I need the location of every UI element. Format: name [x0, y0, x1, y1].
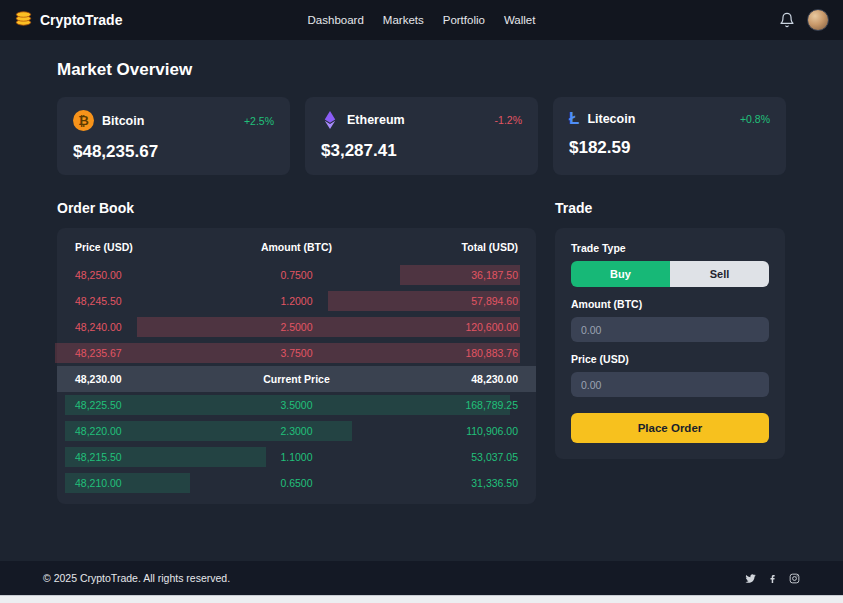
price-input[interactable]: [571, 372, 769, 397]
order-book-row[interactable]: 48,210.00 0.6500 31,336.50: [57, 470, 536, 496]
order-book-row[interactable]: 48,235.67 3.7500 180,883.76: [57, 340, 536, 366]
place-order-button[interactable]: Place Order: [571, 413, 769, 443]
coin-name: Bitcoin: [102, 114, 144, 128]
footer: © 2025 CryptoTrade. All rights reserved.: [0, 561, 843, 595]
column-header-total: Total (USD): [370, 241, 518, 253]
order-book-row[interactable]: 48,245.50 1.2000 57,894.60: [57, 288, 536, 314]
row-amount: 0.7500: [223, 269, 371, 281]
nav-item-markets[interactable]: Markets: [383, 14, 424, 26]
main-content: Market Overview ₿ Bitcoin +2.5% $48,235.…: [0, 40, 843, 561]
order-book-title: Order Book: [57, 200, 536, 216]
row-amount: Current Price: [223, 373, 371, 385]
row-amount: 3.7500: [223, 347, 371, 359]
row-total: 36,187.50: [370, 269, 518, 281]
coin-change: +0.8%: [740, 113, 770, 125]
ethereum-icon: [321, 110, 339, 130]
row-total: 53,037.05: [370, 451, 518, 463]
brand-name: CryptoTrade: [40, 12, 122, 28]
app-root: CryptoTrade Dashboard Markets Portfolio …: [0, 0, 843, 603]
navbar-right: [779, 9, 829, 31]
trade-section: Trade Trade Type Buy Sell Amount (BTC) P…: [555, 200, 785, 504]
trade-type-label: Trade Type: [571, 242, 769, 254]
coin-name: Litecoin: [587, 112, 635, 126]
bitcoin-icon: ₿: [73, 110, 94, 131]
order-book-table: Price (USD) Amount (BTC) Total (USD) 48,…: [57, 228, 536, 504]
nav-links: Dashboard Markets Portfolio Wallet: [308, 14, 536, 26]
twitter-icon[interactable]: [745, 573, 756, 584]
navbar: CryptoTrade Dashboard Markets Portfolio …: [0, 0, 843, 40]
order-book-section: Order Book Price (USD) Amount (BTC) Tota…: [57, 200, 536, 504]
row-price: 48,215.50: [75, 451, 223, 463]
instagram-icon[interactable]: [789, 573, 800, 584]
row-amount: 2.3000: [223, 425, 371, 437]
nav-item-wallet[interactable]: Wallet: [504, 14, 536, 26]
facebook-icon[interactable]: [767, 573, 778, 584]
order-book-row[interactable]: 48,250.00 0.7500 36,187.50: [57, 262, 536, 288]
market-card-bitcoin: ₿ Bitcoin +2.5% $48,235.67: [57, 97, 290, 175]
order-book-row[interactable]: 48,225.50 3.5000 168,789.25: [57, 392, 536, 418]
social-links: [745, 573, 800, 584]
row-price: 48,210.00: [75, 477, 223, 489]
amount-input[interactable]: [571, 317, 769, 342]
order-book-row[interactable]: 48,215.50 1.1000 53,037.05: [57, 444, 536, 470]
amount-label: Amount (BTC): [571, 298, 769, 310]
row-amount: 1.2000: [223, 295, 371, 307]
row-total: 120,600.00: [370, 321, 518, 333]
sell-button[interactable]: Sell: [670, 261, 769, 287]
market-card-ethereum: Ethereum -1.2% $3,287.41: [305, 97, 538, 175]
row-amount: 0.6500: [223, 477, 371, 489]
row-amount: 1.1000: [223, 451, 371, 463]
nav-item-dashboard[interactable]: Dashboard: [308, 14, 364, 26]
row-total: 180,883.76: [370, 347, 518, 359]
column-header-price: Price (USD): [75, 241, 223, 253]
brand[interactable]: CryptoTrade: [14, 9, 122, 32]
row-total: 48,230.00: [370, 373, 518, 385]
coin-change: -1.2%: [495, 114, 522, 126]
row-total: 110,906.00: [370, 425, 518, 437]
nav-item-portfolio[interactable]: Portfolio: [443, 14, 485, 26]
row-amount: 2.5000: [223, 321, 371, 333]
trade-title: Trade: [555, 200, 785, 216]
bottom-strip: [0, 595, 843, 603]
row-price: 48,250.00: [75, 269, 223, 281]
order-book-header: Price (USD) Amount (BTC) Total (USD): [57, 232, 536, 262]
row-total: 31,336.50: [370, 477, 518, 489]
coin-change: +2.5%: [244, 115, 274, 127]
row-price: 48,245.50: [75, 295, 223, 307]
row-price: 48,225.50: [75, 399, 223, 411]
order-book-row[interactable]: 48,220.00 2.3000 110,906.00: [57, 418, 536, 444]
row-total: 57,894.60: [370, 295, 518, 307]
order-book-current-price-row[interactable]: 48,230.00 Current Price 48,230.00: [57, 366, 536, 392]
trade-type-toggle: Buy Sell: [571, 261, 769, 287]
copyright-text: © 2025 CryptoTrade. All rights reserved.: [43, 572, 230, 584]
row-total: 168,789.25: [370, 399, 518, 411]
column-header-amount: Amount (BTC): [223, 241, 371, 253]
coin-price: $182.59: [569, 138, 770, 158]
row-price: 48,230.00: [75, 373, 223, 385]
buy-button[interactable]: Buy: [571, 261, 670, 287]
market-card-litecoin: Ł Litecoin +0.8% $182.59: [553, 97, 786, 175]
coin-name: Ethereum: [347, 113, 405, 127]
trade-card: Trade Type Buy Sell Amount (BTC) Price (…: [555, 228, 785, 459]
row-amount: 3.5000: [223, 399, 371, 411]
order-book-row[interactable]: 48,240.00 2.5000 120,600.00: [57, 314, 536, 340]
coin-price: $3,287.41: [321, 141, 522, 161]
row-price: 48,240.00: [75, 321, 223, 333]
row-price: 48,220.00: [75, 425, 223, 437]
avatar[interactable]: [807, 9, 829, 31]
price-label: Price (USD): [571, 353, 769, 365]
page-title: Market Overview: [57, 60, 786, 80]
coin-stack-icon: [14, 9, 33, 32]
order-book-rows: 48,250.00 0.7500 36,187.50 48,245.50 1.2…: [57, 262, 536, 496]
market-cards: ₿ Bitcoin +2.5% $48,235.67 Ethereum -1.2…: [57, 97, 786, 175]
coin-price: $48,235.67: [73, 142, 274, 162]
bell-icon[interactable]: [779, 12, 795, 28]
litecoin-icon: Ł: [569, 110, 579, 127]
row-price: 48,235.67: [75, 347, 223, 359]
